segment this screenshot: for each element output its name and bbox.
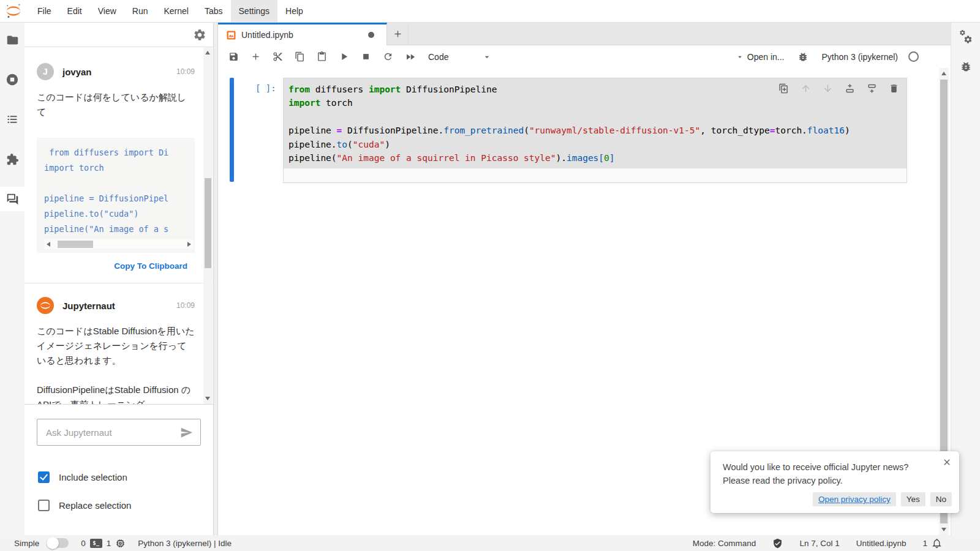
scroll-up-arrow-icon[interactable] <box>205 51 210 54</box>
statusbar-filename: Untitled.ipynb <box>856 539 907 548</box>
kernel-status-text[interactable]: Python 3 (ipykernel) | Idle <box>138 539 232 548</box>
notebook-toolbar: Code Open in... Python 3 (ipykernel) <box>218 45 951 69</box>
open-in-dropdown[interactable]: Open in... <box>736 52 785 62</box>
scroll-up-arrow-icon[interactable] <box>941 72 946 75</box>
menu-view[interactable]: View <box>90 0 124 22</box>
delete-cell-icon[interactable] <box>889 83 899 94</box>
interrupt-kernel-button[interactable] <box>358 48 374 65</box>
scroll-right-arrow-icon[interactable] <box>187 242 191 247</box>
notification-line1: Would you like to receive official Jupyt… <box>723 460 932 474</box>
chat-message-text: DiffusionPipelineはStable Diffusion のAPIで… <box>37 383 195 405</box>
menu-kernel[interactable]: Kernel <box>156 0 196 22</box>
notification-count: 1 <box>922 539 927 548</box>
copy-to-clipboard-button[interactable]: Copy To Clipboard <box>37 261 195 271</box>
scroll-down-arrow-icon[interactable] <box>205 397 210 400</box>
chat-input[interactable] <box>45 427 180 438</box>
menu-tabs[interactable]: Tabs <box>197 0 231 22</box>
kernel-count[interactable]: 1 <box>107 539 111 548</box>
checkbox-label: Include selection <box>59 472 127 482</box>
close-icon[interactable] <box>942 457 952 467</box>
bell-icon[interactable] <box>932 538 942 549</box>
message-divider <box>24 283 213 283</box>
insert-cell-above-icon[interactable] <box>845 83 855 94</box>
copy-cells-button[interactable] <box>292 48 308 65</box>
new-tab-button[interactable] <box>387 23 409 45</box>
caret-down-icon <box>736 53 744 61</box>
table-of-contents-icon[interactable] <box>0 107 24 132</box>
open-privacy-policy-button[interactable]: Open privacy policy <box>813 492 896 506</box>
tab-title: Untitled.ipynb <box>241 30 363 40</box>
property-inspector-icon[interactable] <box>959 30 973 45</box>
cut-cells-button[interactable] <box>270 48 286 65</box>
replace-selection-option: Replace selection <box>38 500 213 511</box>
duplicate-cell-icon[interactable] <box>778 83 789 94</box>
cell-type-dropdown[interactable]: Code <box>428 52 492 62</box>
jupyternaut-chat-panel: J jovyan 10:09 このコードは何をしているか解説して from di… <box>24 23 213 535</box>
send-icon[interactable] <box>180 426 193 439</box>
chat-icon[interactable] <box>0 187 24 211</box>
debugger-toggle-icon[interactable] <box>794 48 811 65</box>
chat-code-hscrollbar[interactable] <box>44 239 194 249</box>
include-selection-checkbox[interactable] <box>38 471 50 483</box>
debugger-sidebar-icon[interactable] <box>960 61 972 73</box>
simple-mode-toggle[interactable] <box>47 538 69 548</box>
chat-settings-gear-icon[interactable] <box>193 28 206 42</box>
scroll-down-arrow-icon[interactable] <box>941 528 946 531</box>
replace-selection-checkbox[interactable] <box>38 500 50 511</box>
scroll-left-arrow-icon[interactable] <box>47 242 50 247</box>
kernel-chip-icon <box>115 538 126 549</box>
chat-message-header: Jupyternaut 10:09 <box>37 297 195 314</box>
chat-code-text: from diffusers import Di import torch pi… <box>44 145 195 237</box>
running-sessions-icon[interactable] <box>0 67 24 92</box>
cursor-position[interactable]: Ln 7, Col 1 <box>799 539 839 548</box>
extensions-icon[interactable] <box>0 147 24 171</box>
notebook-file-icon <box>227 31 236 40</box>
add-cell-button[interactable] <box>247 48 264 65</box>
menu-file[interactable]: File <box>29 0 59 22</box>
paste-cells-button[interactable] <box>314 48 330 65</box>
tab-untitled-ipynb[interactable]: Untitled.ipynb <box>218 23 387 45</box>
move-cell-down-icon[interactable] <box>823 83 833 94</box>
chat-timestamp: 10:09 <box>176 67 195 76</box>
chat-vscrollbar[interactable] <box>203 47 213 404</box>
save-button[interactable] <box>225 48 242 65</box>
include-selection-option: Include selection <box>38 471 213 483</box>
cell-execution-prompt: [ ]: <box>255 83 276 93</box>
run-cell-button[interactable] <box>336 48 352 65</box>
menu-run[interactable]: Run <box>124 0 156 22</box>
menu-help[interactable]: Help <box>277 0 311 22</box>
vscrollbar-thumb[interactable] <box>205 178 211 268</box>
kernel-name[interactable]: Python 3 (ipykernel) <box>821 52 898 62</box>
no-button[interactable]: No <box>930 492 952 506</box>
chat-message-list: J jovyan 10:09 このコードは何をしているか解説して from di… <box>24 47 213 405</box>
panel-splitter[interactable] <box>213 23 218 535</box>
chat-author: jovyan <box>62 67 168 77</box>
chat-timestamp: 10:09 <box>176 301 195 310</box>
terminal-count[interactable]: 0 <box>81 539 86 548</box>
cell-editor[interactable]: from diffusers import DiffusionPipelinei… <box>284 78 907 168</box>
tab-bar: Untitled.ipynb <box>218 23 951 45</box>
file-browser-icon[interactable] <box>0 28 24 52</box>
trust-shield-icon[interactable] <box>772 538 783 549</box>
menu-edit[interactable]: Edit <box>59 0 90 22</box>
terminal-icon: $_ <box>90 539 102 548</box>
chat-message-header: J jovyan 10:09 <box>37 63 195 80</box>
jupyternaut-avatar-icon <box>37 297 54 314</box>
jupyter-logo-icon <box>5 2 22 20</box>
cell-type-value: Code <box>428 52 448 62</box>
left-activity-bar <box>0 23 24 535</box>
unsaved-changes-indicator[interactable] <box>368 32 374 38</box>
restart-kernel-button[interactable] <box>380 48 396 65</box>
move-cell-up-icon[interactable] <box>801 83 811 94</box>
cell-code: from diffusers import DiffusionPipelinei… <box>288 83 902 165</box>
cell-toolbar <box>778 83 899 94</box>
yes-button[interactable]: Yes <box>901 492 925 506</box>
hscrollbar-thumb[interactable] <box>58 241 93 248</box>
mode-indicator: Mode: Command <box>693 539 756 548</box>
menu-settings[interactable]: Settings <box>231 0 278 22</box>
kernel-status-indicator <box>908 51 919 62</box>
insert-cell-below-icon[interactable] <box>867 83 877 94</box>
chat-input-box[interactable] <box>37 419 201 446</box>
status-bar: Simple 0 $_ 1 Python 3 (ipykernel) | Idl… <box>0 535 980 551</box>
restart-run-all-button[interactable] <box>402 48 418 65</box>
